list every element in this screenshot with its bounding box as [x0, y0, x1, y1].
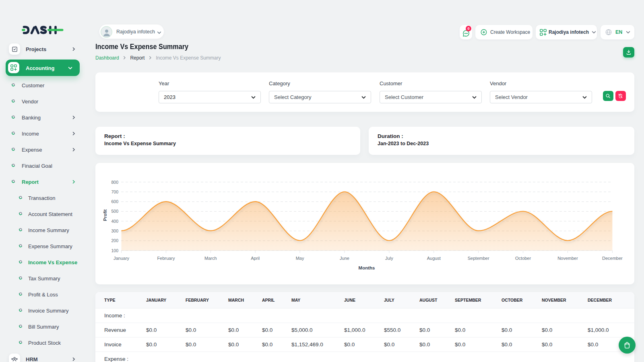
svg-text:200: 200 [111, 238, 118, 243]
svg-text:December: December [602, 256, 623, 261]
svg-text:July: July [385, 256, 393, 261]
svg-text:March: March [204, 256, 217, 261]
svg-text:February: February [157, 256, 175, 261]
svg-text:August: August [427, 256, 441, 261]
svg-text:Months: Months [359, 265, 375, 270]
svg-text:700: 700 [111, 189, 118, 194]
svg-text:500: 500 [111, 209, 118, 214]
svg-text:400: 400 [111, 219, 118, 224]
svg-text:Profit: Profit [103, 209, 107, 221]
svg-text:May: May [296, 256, 304, 261]
svg-text:800: 800 [111, 180, 118, 185]
svg-text:September: September [468, 256, 489, 261]
svg-text:January: January [114, 256, 130, 261]
svg-text:300: 300 [111, 228, 118, 233]
svg-text:April: April [251, 256, 260, 261]
svg-text:October: October [515, 256, 531, 261]
svg-text:June: June [340, 256, 349, 261]
svg-text:100: 100 [111, 248, 118, 253]
svg-text:November: November [557, 256, 578, 261]
svg-text:600: 600 [111, 199, 118, 204]
